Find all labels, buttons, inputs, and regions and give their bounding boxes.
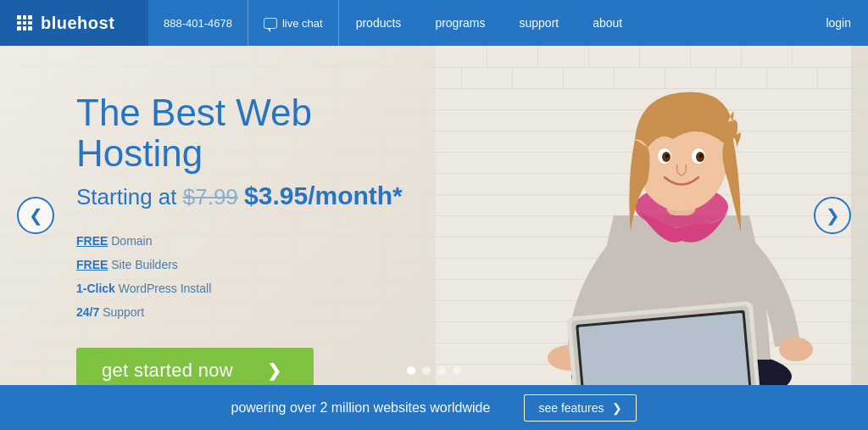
svg-rect-32 xyxy=(817,67,818,88)
nav-products[interactable]: products xyxy=(339,0,419,46)
see-features-arrow-icon: ❯ xyxy=(612,401,622,415)
svg-rect-22 xyxy=(690,46,691,67)
carousel-dot-2[interactable] xyxy=(422,366,431,375)
feature-builders-text: Site Builders xyxy=(111,258,178,271)
cta-arrow-icon: ❯ xyxy=(267,360,281,381)
carousel-prev-button[interactable]: ❮ xyxy=(17,197,54,234)
feature-builders: FREE Site Builders xyxy=(76,253,424,276)
price-old: $7.99 xyxy=(183,184,238,209)
hero-image xyxy=(427,46,868,385)
grid-icon xyxy=(17,15,32,31)
hero-title: The Best Web Hosting xyxy=(76,92,424,175)
subtitle-prefix: Starting at xyxy=(76,184,177,209)
svg-rect-4 xyxy=(436,109,851,110)
see-features-button[interactable]: see features ❯ xyxy=(524,394,637,422)
svg-rect-24 xyxy=(792,46,793,67)
carousel-dots xyxy=(407,366,461,375)
hero-features-list: FREE Domain FREE Site Builders 1-Click W… xyxy=(76,229,424,324)
live-chat-label: live chat xyxy=(282,17,323,30)
svg-rect-29 xyxy=(665,67,665,88)
feature-1click: 1-Click xyxy=(76,282,115,295)
footer-bar: powering over 2 million websites worldwi… xyxy=(0,385,868,430)
svg-rect-28 xyxy=(614,67,615,88)
hero-section: The Best Web Hosting Starting at $7.99 $… xyxy=(0,46,868,385)
nav-login[interactable]: login xyxy=(809,0,868,46)
svg-rect-19 xyxy=(537,46,538,67)
svg-rect-27 xyxy=(563,67,564,88)
feature-domain: FREE Domain xyxy=(76,229,424,253)
svg-rect-26 xyxy=(512,67,513,88)
svg-rect-30 xyxy=(715,67,716,88)
cta-label: get started now xyxy=(102,360,233,382)
svg-rect-25 xyxy=(461,67,462,88)
svg-rect-3 xyxy=(436,88,851,89)
feature-wordpress: 1-Click WordPress Install xyxy=(76,276,424,300)
feature-support: 24/7 Support xyxy=(76,300,424,324)
footer-tagline: powering over 2 million websites worldwi… xyxy=(231,400,491,416)
svg-point-44 xyxy=(699,154,703,158)
phone-number[interactable]: 888-401-4678 xyxy=(148,0,248,46)
logo-text: bluehost xyxy=(41,14,114,33)
nav-support[interactable]: support xyxy=(503,0,576,46)
hero-person-svg xyxy=(436,46,851,385)
svg-rect-2 xyxy=(436,67,851,68)
live-chat-link[interactable]: live chat xyxy=(248,0,339,46)
chat-bubble-icon xyxy=(264,18,277,29)
navbar: bluehost 888-401-4678 live chat products… xyxy=(0,0,868,46)
nav-programs[interactable]: programs xyxy=(418,0,502,46)
feature-247: 24/7 xyxy=(76,305,99,319)
see-features-label: see features xyxy=(538,401,604,415)
svg-rect-31 xyxy=(766,67,767,88)
logo-container[interactable]: bluehost xyxy=(0,0,148,46)
svg-point-36 xyxy=(779,338,813,361)
svg-rect-21 xyxy=(639,46,640,67)
feature-free-2: FREE xyxy=(76,258,108,271)
svg-rect-23 xyxy=(741,46,742,67)
prev-arrow-icon: ❮ xyxy=(29,205,43,226)
next-arrow-icon: ❯ xyxy=(826,205,840,226)
feature-domain-text: Domain xyxy=(111,234,152,248)
svg-rect-20 xyxy=(588,46,589,67)
feature-support-text: Support xyxy=(103,305,144,319)
feature-free-1: FREE xyxy=(76,234,108,248)
price-new: $3.95/month* xyxy=(244,181,403,209)
svg-point-43 xyxy=(665,154,669,158)
feature-wordpress-text: WordPress Install xyxy=(119,282,211,295)
carousel-next-button[interactable]: ❯ xyxy=(814,197,851,234)
carousel-dot-1[interactable] xyxy=(407,366,415,375)
nav-links: products programs support about login xyxy=(339,0,868,46)
hero-subtitle: Starting at $7.99 $3.95/month* xyxy=(76,181,424,210)
hero-content: The Best Web Hosting Starting at $7.99 $… xyxy=(0,46,424,385)
carousel-dot-4[interactable] xyxy=(453,366,461,375)
get-started-button[interactable]: get started now ❯ xyxy=(76,348,314,385)
nav-about[interactable]: about xyxy=(576,0,639,46)
carousel-dot-3[interactable] xyxy=(437,366,446,375)
svg-rect-18 xyxy=(487,46,487,67)
